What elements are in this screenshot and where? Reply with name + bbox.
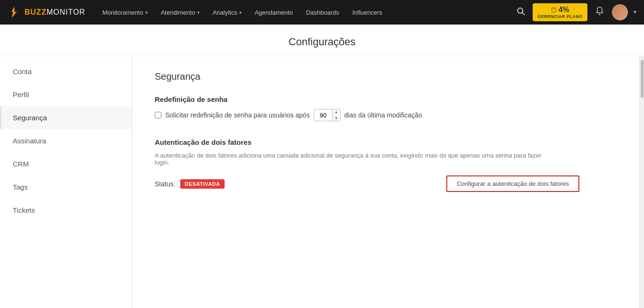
- sidebar-item-conta[interactable]: Conta: [0, 60, 132, 83]
- sidebar-item-tags[interactable]: Tags: [0, 175, 132, 199]
- sidebar-item-crm[interactable]: CRM: [0, 152, 132, 175]
- avatar[interactable]: [612, 4, 628, 20]
- logo-text: BUZZMONITOR: [25, 8, 85, 17]
- nav-menu: Monitoramento ▾ Atendimento ▾ Analytics …: [97, 6, 515, 19]
- section-title: Segurança: [155, 71, 617, 82]
- sidebar-item-assinatura[interactable]: Assinatura: [0, 129, 132, 152]
- page-title-bar: Configurações: [0, 25, 644, 56]
- status-badge: DESATIVADA: [180, 179, 225, 189]
- nav-item-agendamento[interactable]: Agendamento: [249, 6, 299, 19]
- chevron-down-icon: ▾: [197, 10, 200, 15]
- notifications-button[interactable]: [593, 4, 606, 20]
- svg-point-4: [599, 14, 601, 15]
- scrollbar-thumb[interactable]: [641, 60, 644, 98]
- nav-item-dashboards[interactable]: Dashboards: [301, 6, 345, 19]
- nav-item-influencers[interactable]: Influencers: [347, 6, 388, 19]
- top-navigation: BUZZMONITOR Monitoramento ▾ Atendimento …: [0, 0, 644, 25]
- days-suffix: dias da última modificação: [344, 111, 422, 119]
- avatar-chevron-icon[interactable]: ▾: [634, 9, 636, 15]
- svg-marker-0: [11, 7, 17, 18]
- sidebar-item-seguranca[interactable]: Segurança: [0, 106, 132, 129]
- two-factor-status-row: Status: DESATIVADA Configurar a autentic…: [155, 175, 579, 192]
- password-reset-checkbox[interactable]: [155, 112, 161, 118]
- nav-item-atendimento[interactable]: Atendimento ▾: [155, 6, 205, 19]
- chevron-down-icon: ▾: [239, 10, 242, 15]
- two-factor-section: Autenticação de dois fatores A autentica…: [155, 138, 617, 192]
- page-title: Configurações: [0, 36, 644, 48]
- password-reset-row: Solicitar redefinição de senha para usuá…: [155, 109, 617, 121]
- days-increment[interactable]: ▲: [333, 109, 340, 115]
- chevron-down-icon: ▾: [145, 10, 148, 15]
- checkbox-label: Solicitar redefinição de senha para usuá…: [165, 111, 310, 119]
- two-factor-description: A autenticação de dois fatores adiciona …: [155, 152, 542, 166]
- search-button[interactable]: [515, 5, 527, 19]
- plan-percent: 4%: [551, 5, 569, 14]
- nav-right-section: 4% GERENCIAR PLANO ▾: [515, 3, 636, 21]
- svg-line-2: [522, 12, 525, 15]
- days-input[interactable]: [314, 112, 332, 119]
- days-stepper[interactable]: ▲ ▼: [314, 109, 341, 121]
- password-reset-section: Redefinição de senha Solicitar redefiniç…: [155, 95, 617, 121]
- days-decrement[interactable]: ▼: [333, 115, 340, 121]
- content-wrapper: Conta Perfil Segurança Assinatura CRM Ta…: [0, 56, 644, 308]
- sidebar: Conta Perfil Segurança Assinatura CRM Ta…: [0, 56, 132, 308]
- plan-label-text: GERENCIAR PLANO: [537, 14, 583, 19]
- page-wrapper: Configurações Conta Perfil Segurança Ass…: [0, 25, 644, 308]
- main-content: Segurança Redefinição de senha Solicitar…: [132, 56, 639, 308]
- nav-item-monitoramento[interactable]: Monitoramento ▾: [97, 6, 153, 19]
- logo[interactable]: BUZZMONITOR: [8, 6, 85, 19]
- scrollbar[interactable]: [639, 56, 644, 308]
- sidebar-item-perfil[interactable]: Perfil: [0, 83, 132, 106]
- sidebar-item-tickets[interactable]: Tickets: [0, 199, 132, 222]
- status-label: Status: DESATIVADA: [155, 179, 225, 189]
- configure-2fa-button[interactable]: Configurar a autenticação de dois fatore…: [446, 175, 579, 192]
- two-factor-title: Autenticação de dois fatores: [155, 138, 617, 146]
- plan-badge[interactable]: 4% GERENCIAR PLANO: [533, 3, 587, 21]
- password-reset-title: Redefinição de senha: [155, 95, 617, 103]
- nav-item-analytics[interactable]: Analytics ▾: [207, 6, 247, 19]
- days-arrows: ▲ ▼: [332, 109, 340, 121]
